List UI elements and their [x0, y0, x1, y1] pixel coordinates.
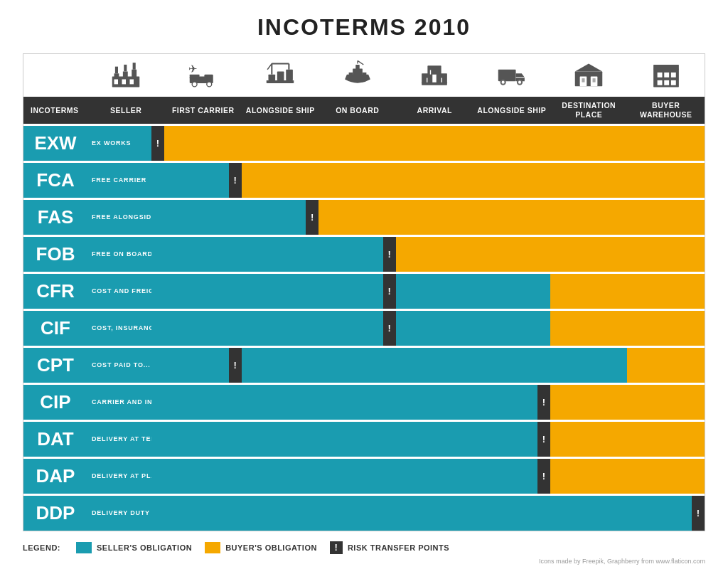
- row-code: CFR: [23, 274, 87, 309]
- crane-boxes-icon: [264, 60, 296, 91]
- seller-bar-ext: [396, 274, 550, 309]
- seller-bar: [151, 422, 537, 457]
- svg-marker-45: [575, 64, 603, 72]
- row-code: CIF: [23, 311, 87, 346]
- table-row: DATDELIVERY AT TERMINAL!: [23, 420, 705, 457]
- incoterms-table: ✈: [23, 53, 705, 531]
- table-row: CPTCOST PAID TO...!: [23, 346, 705, 383]
- svg-rect-4: [115, 67, 118, 74]
- legend-seller-box: [76, 542, 92, 553]
- row-bar-container: !: [151, 126, 705, 161]
- row-code: CIP: [23, 385, 87, 420]
- header-buyer-warehouse: BUYER WAREHOUSE: [628, 97, 705, 123]
- svg-rect-23: [267, 80, 294, 83]
- row-bar-container: !: [151, 385, 705, 420]
- buyer-bar: [550, 274, 705, 309]
- credit-text: Icons made by Freepik, Graphberry from w…: [23, 558, 705, 565]
- legend-risk-box: !: [330, 541, 343, 554]
- seller-bar: [151, 237, 383, 272]
- row-bar-container: !: [151, 237, 705, 272]
- row-name: FREE ON BOARD: [87, 237, 151, 272]
- buyer-bar: [318, 200, 705, 235]
- svg-rect-54: [664, 73, 669, 78]
- svg-rect-9: [130, 80, 134, 85]
- legend: LEGEND: SELLER'S OBLIGATION BUYER'S OBLI…: [23, 541, 705, 554]
- svg-point-14: [207, 82, 212, 87]
- table-row: CIPCARRIER AND INSURANCE PAID TO...!: [23, 383, 705, 420]
- header-first-carrier: FIRST CARRIER: [165, 97, 242, 123]
- header-seller: SELLER: [87, 97, 165, 123]
- building-icon: [651, 60, 682, 91]
- svg-rect-28: [363, 73, 367, 75]
- svg-rect-19: [287, 70, 294, 80]
- icon-cell-seller: [87, 54, 165, 97]
- svg-rect-25: [353, 69, 363, 76]
- row-bar-container: !: [151, 200, 705, 235]
- seller-bar: [151, 311, 383, 346]
- table-row: CIFCOST, INSURANCE AND FREIGHT!: [23, 309, 705, 346]
- row-name: DELIVERY AT TERMINAL: [87, 422, 151, 457]
- svg-text:✈: ✈: [188, 63, 198, 75]
- table-row: FCAFREE CARRIER!: [23, 161, 705, 198]
- icon-cell-first-carrier: ✈: [165, 54, 242, 97]
- buyer-bar: [550, 422, 705, 457]
- row-code: FAS: [23, 200, 87, 235]
- svg-rect-49: [582, 79, 585, 83]
- row-name: COST AND FREIGHT: [87, 274, 151, 309]
- icon-cell-incoterms: [23, 54, 87, 97]
- header-row: INCOTERMS SELLER FIRST CARRIER ALONGSIDE…: [23, 97, 705, 123]
- row-bar-container: !: [151, 274, 705, 309]
- row-bar-container: !: [151, 348, 705, 383]
- svg-rect-2: [123, 72, 128, 78]
- legend-prefix: LEGEND:: [23, 543, 60, 552]
- row-name: EX WORKS: [87, 126, 151, 161]
- data-rows: EXWEX WORKS!FCAFREE CARRIER!FASFREE ALON…: [23, 124, 705, 531]
- legend-risk-item: ! RISK TRANSFER POINTS: [330, 541, 449, 554]
- row-code: DDP: [23, 496, 87, 531]
- icon-cell-alongside-ship2: [473, 54, 551, 97]
- svg-rect-52: [653, 65, 679, 70]
- seller-bar: [151, 348, 229, 383]
- row-name: COST, INSURANCE AND FREIGHT: [87, 311, 151, 346]
- legend-buyer-item: BUYER'S OBLIGATION: [205, 542, 317, 553]
- buyer-bar: [396, 237, 705, 272]
- ship-icon: [342, 60, 373, 91]
- svg-rect-53: [657, 73, 662, 78]
- header-alongside-ship1: ALONGSIDE SHIP: [242, 97, 319, 123]
- row-name: FREE CARRIER: [87, 163, 151, 198]
- svg-point-40: [501, 81, 504, 84]
- warehouse-icon: [573, 60, 604, 91]
- svg-rect-55: [671, 73, 676, 78]
- row-bar-container: !: [151, 422, 705, 457]
- table-row: EXWEX WORKS!: [23, 124, 705, 161]
- svg-rect-27: [348, 73, 353, 75]
- icon-cell-buyer-warehouse: [628, 54, 705, 97]
- svg-rect-17: [269, 75, 276, 80]
- header-incoterms: INCOTERMS: [23, 97, 87, 123]
- buyer-bar: [242, 163, 705, 198]
- legend-buyer-text: BUYER'S OBLIGATION: [225, 543, 317, 552]
- row-name: CARRIER AND INSURANCE PAID TO...: [87, 385, 151, 420]
- risk-marker: !: [306, 200, 318, 235]
- svg-rect-7: [114, 80, 119, 85]
- svg-rect-18: [277, 72, 284, 80]
- row-bar-container: !: [151, 311, 705, 346]
- buyer-bar: [550, 459, 705, 494]
- page-container: INCOTERMS 2010: [16, 0, 712, 578]
- boxes-icon: [419, 60, 450, 91]
- risk-marker: !: [151, 126, 164, 161]
- icon-row: ✈: [23, 54, 705, 97]
- risk-marker: !: [229, 163, 242, 198]
- row-name: DELIVERY AT PLACE: [87, 459, 151, 494]
- table-row: DDPDELIVERY DUTY PLACE!: [23, 494, 705, 531]
- row-name: DELIVERY DUTY PLACE: [87, 496, 151, 531]
- row-bar-container: !: [151, 496, 705, 531]
- risk-marker: !: [692, 496, 705, 531]
- legend-buyer-box: [205, 542, 220, 553]
- seller-bar: [151, 163, 229, 198]
- row-code: DAT: [23, 422, 87, 457]
- seller-bar: [151, 496, 692, 531]
- table-row: FOBFREE ON BOARD!: [23, 235, 705, 272]
- risk-marker: !: [229, 348, 242, 383]
- svg-point-13: [192, 82, 197, 87]
